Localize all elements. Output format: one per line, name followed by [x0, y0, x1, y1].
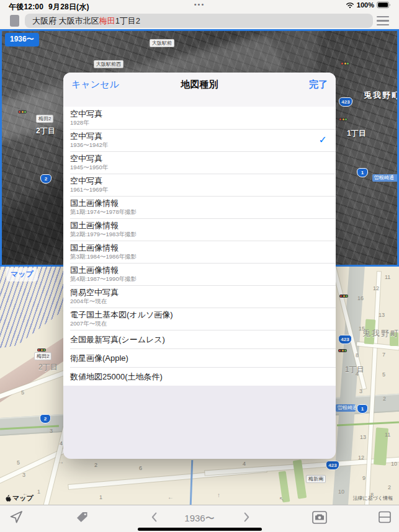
option-title: 空中写真	[70, 109, 336, 118]
map-type-option[interactable]: 空中写真1961〜1969年✓	[63, 174, 336, 196]
block-number: 3	[359, 388, 362, 394]
map-type-option[interactable]: 衛星画像(Apple)✓	[63, 348, 336, 367]
option-title: 数値地図25000(土地条件)	[70, 372, 336, 381]
route-shield-2: 2	[40, 414, 51, 423]
map-label-togano: 兎我野町	[362, 328, 399, 339]
block-number: 5	[21, 389, 24, 396]
option-title: 衛星画像(Apple)	[70, 353, 336, 363]
option-title: 空中写真	[70, 131, 336, 141]
map-label-umeshin: 梅新南	[306, 475, 326, 483]
map-type-option[interactable]: 国土画像情報第4期:1987〜1990年撮影✓	[63, 263, 336, 285]
bottom-toolbar: 1936〜	[0, 505, 399, 532]
option-subtitle: 第4期:1987〜1990年撮影	[70, 275, 336, 283]
block-number: 2	[383, 396, 386, 402]
map-type-option[interactable]: 空中写真1936〜1942年✓	[63, 129, 336, 151]
traffic-light-icon	[339, 295, 348, 298]
address-suffix: 1丁目2	[115, 16, 140, 27]
option-title: 電子国土基本図(オルソ画像)	[70, 310, 336, 319]
map-label-1chome: 1丁目	[347, 128, 366, 139]
sidebar-icon[interactable]	[10, 15, 19, 27]
option-subtitle: 1945〜1950年	[70, 164, 336, 171]
option-subtitle: 1961〜1969年	[70, 186, 336, 193]
block-number: 3	[50, 428, 53, 434]
block-number: 7	[382, 352, 385, 358]
map-type-sheet: キャンセル 地図種別 完了 空中写真1928年✓ 空中写真1936〜1942年✓…	[63, 73, 336, 459]
option-title: 国土画像情報	[70, 198, 336, 208]
option-title: 国土画像情報	[70, 221, 336, 230]
option-title: 国土画像情報	[70, 265, 336, 275]
block-number: 4	[60, 440, 63, 446]
route-shield-2: 2	[40, 174, 52, 184]
map-type-list: 空中写真1928年✓ 空中写真1936〜1942年✓ 空中写真1945〜1950…	[63, 107, 336, 386]
route-shield-1: 1	[357, 404, 368, 414]
address-bar[interactable]: 大阪府 大阪市北区 梅田1丁目2	[25, 14, 373, 28]
map-label-station-front-west: 大阪駅前西	[94, 60, 123, 68]
block-number: 4	[356, 371, 359, 377]
chevron-right-icon[interactable]	[240, 510, 253, 524]
map-type-option[interactable]: 国土画像情報第2期:1979〜1983年撮影✓	[63, 218, 336, 241]
map-type-option[interactable]: 国土画像情報第1期:1974〜1978年撮影✓	[63, 196, 336, 218]
map-type-option[interactable]: 全国最新写真(シームレス)✓	[63, 330, 336, 348]
block-number: 2	[388, 484, 391, 490]
map-type-option[interactable]: 空中写真1928年✓	[63, 107, 336, 129]
wifi-icon	[346, 1, 354, 9]
battery-percent: 100%	[357, 1, 374, 9]
map-label-umeda2: 梅田2	[36, 115, 53, 123]
nav-bar: 大阪府 大阪市北区 梅田1丁目2	[0, 12, 399, 29]
option-title: 簡易空中写真	[70, 288, 336, 297]
map-label-umeda2: 梅田2	[34, 352, 52, 360]
option-title: 空中写真	[70, 154, 336, 163]
block-number: 8	[356, 352, 359, 358]
map-type-option[interactable]: 国土画像情報第3期:1984〜1986年撮影✓	[63, 241, 336, 263]
option-title: 全国最新写真(シームレス)	[70, 335, 336, 344]
map-type-option[interactable]: 数値地図25000(土地条件)✓	[63, 367, 336, 386]
home-indicator[interactable]	[138, 528, 262, 531]
block-number: 15	[359, 326, 365, 332]
traffic-light-icon	[341, 62, 349, 65]
sheet-title: 地図種別	[63, 79, 336, 91]
block-number: 5	[382, 371, 385, 378]
route-shield-423: 423	[326, 461, 339, 470]
era-badge: 1936〜	[5, 33, 39, 47]
block-number: 4	[243, 461, 246, 467]
route-shield-423: 423	[339, 97, 352, 107]
road-banner-sonezaki: 曽根崎通	[372, 174, 399, 182]
oneway-arrow: ←	[168, 494, 174, 500]
traffic-light-icon	[338, 349, 347, 352]
battery-icon	[377, 1, 392, 9]
oneway-arrow: ↑	[217, 492, 220, 499]
traffic-light-icon	[18, 110, 27, 113]
oneway-arrow: →	[58, 458, 64, 465]
app-screen: 午後12:009月28日(水) ••• 100% 大阪府 大阪市北区 梅田1丁目…	[0, 0, 399, 532]
camera-icon[interactable]	[312, 510, 328, 525]
address-highlight: 梅田	[99, 16, 115, 27]
map-label-station-front: 大阪駅前	[150, 39, 174, 47]
map-mode-button[interactable]: マップ	[6, 268, 38, 282]
option-subtitle: 2007年〜現在	[70, 320, 336, 327]
done-button[interactable]: 完了	[309, 79, 328, 91]
map-type-option[interactable]: 簡易空中写真2004年〜現在✓	[63, 285, 336, 308]
map-type-option[interactable]: 空中写真1945〜1950年✓	[63, 151, 336, 174]
layers-icon[interactable]	[377, 510, 392, 525]
address-prefix: 大阪府 大阪市北区	[32, 16, 99, 27]
checkmark-icon: ✓	[319, 134, 327, 146]
sheet-header: キャンセル 地図種別 完了	[63, 73, 336, 107]
option-title: 国土画像情報	[70, 243, 336, 252]
river-line	[190, 460, 194, 505]
status-bar: 午後12:009月28日(水) ••• 100%	[0, 0, 399, 12]
hamburger-menu-icon[interactable]	[377, 16, 389, 25]
block-number: 1	[99, 494, 102, 500]
road-banner-sonezaki: 曽根崎通	[336, 404, 356, 412]
map-attribution: マップ	[5, 494, 34, 503]
street	[365, 272, 381, 505]
block-number: 9	[362, 475, 365, 481]
oneway-arrow: ↖	[279, 495, 284, 502]
legal-info-link[interactable]: 法律に基づく情報	[352, 495, 393, 502]
option-subtitle: 2004年〜現在	[70, 298, 336, 305]
block-number: 13	[379, 312, 385, 318]
block-number: 11	[385, 274, 390, 280]
block-number: 6	[139, 465, 142, 471]
map-type-option[interactable]: 電子国土基本図(オルソ画像)2007年〜現在✓	[63, 308, 336, 330]
option-subtitle: 1928年	[70, 119, 336, 126]
block-number: 13	[360, 434, 366, 440]
